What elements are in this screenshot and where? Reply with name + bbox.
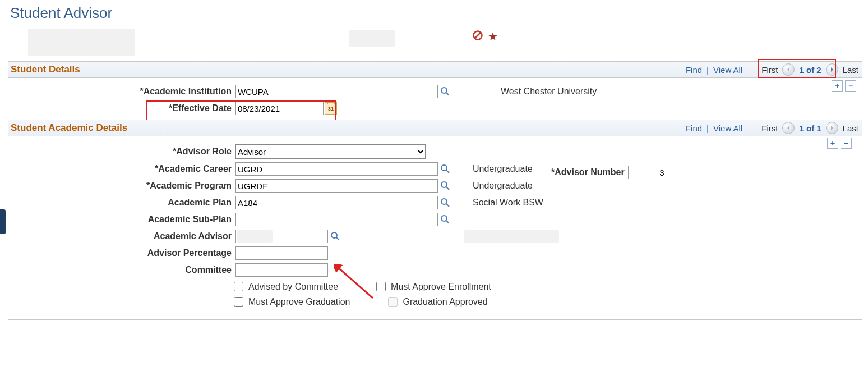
advisor-role-select[interactable]: Advisor xyxy=(235,144,426,159)
separator: | xyxy=(707,65,709,75)
svg-point-2 xyxy=(441,88,447,93)
ad-last-label[interactable]: Last xyxy=(843,124,858,133)
effdt-input[interactable] xyxy=(235,102,324,115)
svg-point-8 xyxy=(441,199,447,204)
ad-next-button xyxy=(826,122,838,134)
plan-label: Academic Plan xyxy=(13,198,235,208)
institution-label: *Academic Institution xyxy=(13,86,235,97)
career-label: *Academic Career xyxy=(13,164,235,174)
advisor-role-label: *Advisor Role xyxy=(13,147,235,157)
svg-line-1 xyxy=(475,33,481,38)
graduation-approved-label: Graduation Approved xyxy=(403,297,487,307)
sd-find-link[interactable]: Find xyxy=(686,65,702,75)
sd-viewall-link[interactable]: View All xyxy=(713,65,742,75)
svg-line-11 xyxy=(446,221,449,223)
ad-prev-button xyxy=(782,122,795,134)
svg-line-7 xyxy=(446,187,449,190)
student-details-grid: Student Details Find | View All First 1 … xyxy=(8,61,862,320)
side-tab[interactable] xyxy=(0,209,6,234)
negative-service-indicator-icon[interactable] xyxy=(472,30,483,43)
advised-by-committee-label: Advised by Committee xyxy=(248,282,338,292)
separator: | xyxy=(707,124,709,133)
institution-lookup-icon[interactable] xyxy=(440,86,450,97)
advisor-number-label: *Advisor Number xyxy=(551,167,625,177)
advisor-value-redacted xyxy=(237,230,273,243)
student-details-header: Student Details xyxy=(8,64,80,75)
student-name-redacted xyxy=(28,29,135,56)
page-title: Student Advisor xyxy=(0,0,868,28)
plan-lookup-icon[interactable] xyxy=(440,198,450,208)
ad-first-label[interactable]: First xyxy=(761,124,778,133)
svg-line-13 xyxy=(336,237,339,240)
ad-add-row-button[interactable]: + xyxy=(827,138,838,149)
sd-first-label[interactable]: First xyxy=(761,65,778,75)
advisor-name-redacted xyxy=(464,230,559,243)
svg-line-9 xyxy=(446,204,449,207)
ad-record-counter: 1 of 1 xyxy=(799,124,821,133)
advisor-number-input[interactable] xyxy=(628,166,667,179)
favorite-star-icon[interactable]: ★ xyxy=(488,30,498,43)
svg-line-5 xyxy=(446,170,449,173)
institution-input[interactable] xyxy=(235,85,438,98)
sd-delete-row-button[interactable]: − xyxy=(845,80,856,92)
institution-resolved-text: West Chester University xyxy=(501,86,597,97)
ad-viewall-link[interactable]: View All xyxy=(713,124,742,133)
academic-details-header: Student Academic Details xyxy=(8,122,127,134)
svg-point-6 xyxy=(441,182,447,188)
sd-record-counter: 1 of 2 xyxy=(799,65,821,75)
must-approve-grad-checkbox[interactable] xyxy=(234,297,243,307)
advisor-pct-label: Advisor Percentage xyxy=(13,248,235,258)
advisor-lookup-icon[interactable] xyxy=(330,231,340,241)
svg-point-12 xyxy=(331,232,337,238)
sd-next-button[interactable] xyxy=(826,63,838,76)
student-id-redacted xyxy=(349,30,395,47)
sd-last-label[interactable]: Last xyxy=(843,65,858,75)
sd-prev-button[interactable] xyxy=(782,63,795,76)
must-approve-grad-label: Must Approve Graduation xyxy=(248,297,350,307)
svg-point-4 xyxy=(441,165,447,171)
subplan-input[interactable] xyxy=(235,213,438,226)
subplan-lookup-icon[interactable] xyxy=(440,214,450,225)
advised-by-committee-checkbox[interactable] xyxy=(234,282,243,291)
must-approve-enroll-checkbox[interactable] xyxy=(376,282,386,291)
subplan-label: Academic Sub-Plan xyxy=(13,214,235,225)
program-resolved-text: Undergraduate xyxy=(473,181,533,191)
svg-point-10 xyxy=(441,216,447,221)
calendar-icon[interactable]: 31 xyxy=(325,102,337,115)
committee-label: Committee xyxy=(13,265,235,275)
advisor-pct-input[interactable] xyxy=(235,246,328,260)
program-lookup-icon[interactable] xyxy=(440,181,450,191)
career-resolved-text: Undergraduate xyxy=(473,164,533,174)
must-approve-enroll-label: Must Approve Enrollment xyxy=(391,282,491,292)
program-input[interactable] xyxy=(235,179,438,193)
effdt-label: *Effective Date xyxy=(13,103,235,113)
committee-input[interactable] xyxy=(235,263,328,277)
career-lookup-icon[interactable] xyxy=(440,164,450,174)
plan-input[interactable] xyxy=(235,196,438,209)
career-input[interactable] xyxy=(235,162,438,176)
ad-delete-row-button[interactable]: − xyxy=(841,138,852,149)
program-label: *Academic Program xyxy=(13,181,235,191)
graduation-approved-checkbox xyxy=(388,297,398,307)
advisor-label: Academic Advisor xyxy=(13,231,235,241)
ad-find-link[interactable]: Find xyxy=(686,124,702,133)
svg-line-3 xyxy=(446,93,449,95)
plan-resolved-text: Social Work BSW xyxy=(473,198,543,208)
sd-add-row-button[interactable]: + xyxy=(832,80,843,92)
